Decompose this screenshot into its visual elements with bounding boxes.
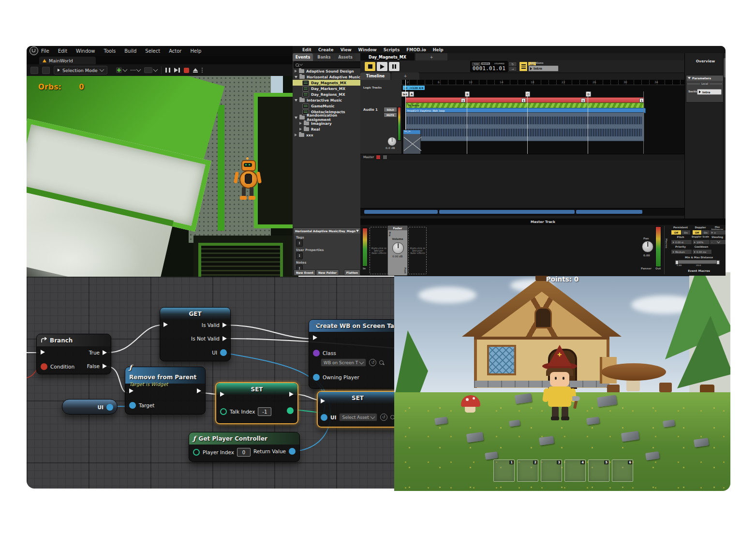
menu-fmod-io[interactable]: FMOD.io — [406, 47, 426, 52]
scroll-segment[interactable] — [576, 210, 642, 214]
hotbar-slot-3[interactable]: 3 — [541, 460, 562, 482]
node-set-talk-index[interactable]: SET Talk Index-1 — [215, 382, 298, 424]
tab-banks[interactable]: Banks — [314, 53, 334, 61]
exec-in-pin[interactable] — [220, 392, 224, 397]
exec-in-pin[interactable] — [129, 388, 133, 393]
menu-window[interactable]: Window — [76, 48, 95, 54]
audio-clip-waveform[interactable] — [405, 112, 644, 141]
scroll-segment[interactable] — [364, 210, 438, 214]
menu-file[interactable]: File — [41, 48, 49, 54]
cooldown-field[interactable]: 0.00 ms — [692, 249, 712, 254]
transition-clip[interactable]: fm_rs — [403, 130, 421, 157]
pause-button[interactable] — [165, 68, 170, 73]
persistent-on-button[interactable]: On — [681, 230, 691, 235]
blueprint-graph[interactable]: Branch True Condition False GET Is Valid… — [27, 277, 397, 489]
node-create-widget[interactable]: Create WB on Screen Talk Wi Class WB on … — [309, 319, 397, 389]
section-intro-button[interactable]: Intro — [528, 65, 559, 72]
master-options-button[interactable] — [383, 155, 387, 160]
class-dropdown[interactable]: WB on Screen T — [321, 358, 366, 367]
volume-knob[interactable] — [392, 242, 404, 254]
hotbar-slot-4[interactable]: 4 — [564, 460, 586, 482]
min-max-distance-slider[interactable] — [675, 260, 720, 264]
tree-item-adaptive-sound-design[interactable]: Adaptive Sound Design — [293, 68, 360, 74]
tree-item-horizontal-adaptive-music[interactable]: Horizontal Adaptive Music — [293, 74, 360, 80]
marker-a[interactable]: A — [409, 91, 414, 97]
tree-item-xxx[interactable]: xxx — [293, 132, 360, 138]
add-actor-button[interactable] — [116, 67, 127, 73]
menu-select[interactable]: Select — [145, 48, 160, 54]
post-fader-slot[interactable]: Right-click to add post-fader effects — [408, 227, 427, 274]
reset-icon[interactable]: ↺ — [380, 414, 387, 421]
unreal-logo-icon[interactable] — [30, 46, 38, 55]
ui-out-pin[interactable] — [220, 349, 227, 356]
selection-mode-dropdown[interactable]: Selection Mode — [54, 66, 107, 74]
mute-button[interactable]: MUTE — [384, 112, 397, 118]
marker-b[interactable]: B — [465, 91, 470, 97]
tree-item-gamemusic[interactable]: GameMusic — [293, 103, 360, 109]
user-properties-field[interactable]: I — [296, 252, 303, 259]
macros-tab[interactable]: Macros — [665, 238, 668, 248]
return-value-pin[interactable] — [289, 448, 296, 455]
timeline-scrollbar[interactable] — [360, 208, 684, 216]
hotbar-slot-1[interactable]: 1 — [493, 460, 515, 482]
record-indicator[interactable] — [376, 155, 381, 160]
tracks-view-button[interactable] — [519, 61, 528, 72]
tempo-marker[interactable]: ♩= ♩=120 4/4 — [403, 86, 425, 90]
pre-fader-slot[interactable]: Right-click to add pre-fader effects — [370, 227, 388, 274]
priority-field[interactable]: Medium — [671, 249, 692, 254]
target-pin[interactable] — [129, 402, 136, 409]
doppler-on-button[interactable]: On — [701, 230, 710, 235]
player-index-input[interactable]: 0 — [237, 448, 251, 457]
hotbar-slot-6[interactable]: 6 — [612, 460, 633, 482]
talk-index-input[interactable]: -1 — [258, 407, 271, 416]
menu-tools[interactable]: Tools — [104, 48, 116, 54]
exec-in-pin[interactable] — [321, 399, 325, 403]
save-icon[interactable] — [30, 67, 38, 74]
tab-mainworld[interactable]: MainWorld — [39, 57, 96, 64]
menu-build[interactable]: Build — [124, 48, 136, 54]
max-instances-field[interactable]: ∞ — [710, 230, 726, 235]
follow-button[interactable]: → — [508, 66, 517, 72]
timeline-lane[interactable]: 2 6 10 14 18 22 26 30 34 ♩= ♩=120 4/4 In… — [401, 80, 684, 160]
exec-in-pin[interactable] — [313, 335, 317, 340]
false-pin[interactable] — [103, 364, 107, 369]
hotbar-slot-5[interactable]: 5 — [588, 460, 609, 482]
marker-d[interactable]: D — [586, 91, 591, 97]
scroll-segment[interactable] — [439, 210, 575, 214]
tree-item-interactive-music[interactable]: Interactive Music — [293, 97, 360, 103]
more-options-icon[interactable] — [202, 68, 203, 73]
talk-index-out-pin[interactable] — [287, 407, 294, 414]
player-index-pin[interactable] — [193, 449, 200, 456]
node-ui-variable[interactable]: UI — [62, 399, 118, 415]
tab-day-magnets-mx[interactable]: Day_Magnets_MX — [360, 53, 415, 61]
node-remove-from-parent[interactable]: ƒ Remove from ParentTarget is Widget Tar… — [125, 367, 206, 415]
fader-module[interactable]: Fader Pre Volume 0.00 dB Post — [387, 225, 408, 276]
tree-item-day-regions-mx[interactable]: Day_Regions_MX — [293, 91, 360, 97]
node-set-ui[interactable]: SET UI Select Asset ↺ — [317, 391, 397, 428]
ui-var-out-pin[interactable] — [106, 404, 113, 411]
pre-tab[interactable]: Pre — [388, 232, 391, 237]
class-pin[interactable] — [313, 350, 320, 356]
track-gain-knob[interactable] — [387, 137, 397, 146]
pause-button[interactable] — [388, 61, 400, 72]
menu-edit[interactable]: Edit — [302, 47, 311, 52]
is-valid-pin[interactable] — [222, 323, 227, 327]
new-event-tab[interactable]: + — [415, 53, 447, 61]
timeline-ruler[interactable]: 2 6 10 14 18 22 26 30 34 — [401, 80, 684, 85]
menu-actor[interactable]: Actor — [169, 48, 181, 54]
game-viewport[interactable]: ✚ Points: 0 1 2 3 4 5 6 — [394, 272, 730, 491]
exec-out-pin[interactable] — [197, 388, 201, 393]
talk-index-pin[interactable] — [220, 408, 227, 415]
stop-button[interactable] — [364, 61, 376, 72]
tree-item-real[interactable]: Real — [293, 126, 360, 132]
tree-item-day-markers-mx[interactable]: Day_Markers_MX — [293, 86, 360, 91]
node-get[interactable]: GET Is Valid Is Not Valid UI — [160, 307, 231, 361]
search-input[interactable] — [294, 61, 361, 68]
tags-field[interactable]: I — [296, 239, 303, 247]
eject-button[interactable] — [193, 68, 198, 73]
is-not-valid-pin[interactable] — [222, 336, 227, 341]
tree-item-imaginary[interactable]: Imaginary — [293, 120, 360, 126]
menu-help[interactable]: Help — [433, 47, 444, 52]
tab-timeline[interactable]: Timeline — [360, 73, 390, 80]
solo-button[interactable]: SOLO — [384, 107, 397, 112]
